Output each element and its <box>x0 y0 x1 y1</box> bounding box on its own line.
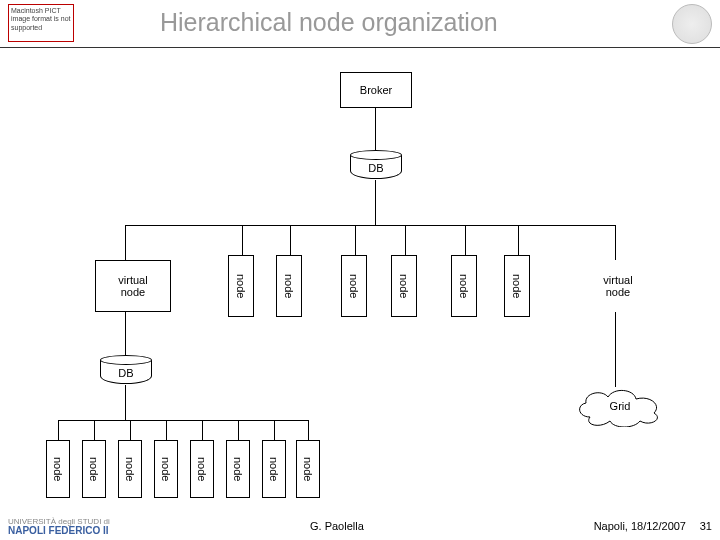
mid-node: node <box>228 255 254 317</box>
bottom-node: node <box>262 440 286 498</box>
mid-node: node <box>276 255 302 317</box>
mid-node: node <box>341 255 367 317</box>
hierarchy-diagram: Broker DB virtual node node node node no… <box>0 50 720 490</box>
date-label: Napoli, 18/12/2007 <box>594 520 686 532</box>
university-seal-icon <box>672 4 712 44</box>
slide-header: Macintosh PICT image format is not suppo… <box>0 0 720 48</box>
bottom-node: node <box>154 440 178 498</box>
bottom-node: node <box>82 440 106 498</box>
bottom-node: node <box>226 440 250 498</box>
grid-label: Grid <box>610 400 631 412</box>
mid-node: node <box>504 255 530 317</box>
mid-node: node <box>391 255 417 317</box>
slide-footer: UNIVERSITÀ degli STUDI di NAPOLI FEDERIC… <box>0 508 720 540</box>
page-number: 31 <box>700 520 712 532</box>
mid-node: node <box>451 255 477 317</box>
bottom-node: node <box>190 440 214 498</box>
bottom-node: node <box>46 440 70 498</box>
bottom-node: node <box>118 440 142 498</box>
university-logo: UNIVERSITÀ degli STUDI di NAPOLI FEDERIC… <box>8 518 110 536</box>
virtual-node-left: virtual node <box>95 260 171 312</box>
bottom-node: node <box>296 440 320 498</box>
db-left-cylinder: DB <box>100 355 152 384</box>
author-label: G. Paolella <box>310 520 364 532</box>
virtual-node-right: virtual node <box>580 260 656 312</box>
broker-box: Broker <box>340 72 412 108</box>
pict-placeholder: Macintosh PICT image format is not suppo… <box>8 4 74 42</box>
db-top-cylinder: DB <box>350 150 402 179</box>
page-title: Hierarchical node organization <box>160 8 498 37</box>
grid-cloud: Grid <box>570 385 670 427</box>
